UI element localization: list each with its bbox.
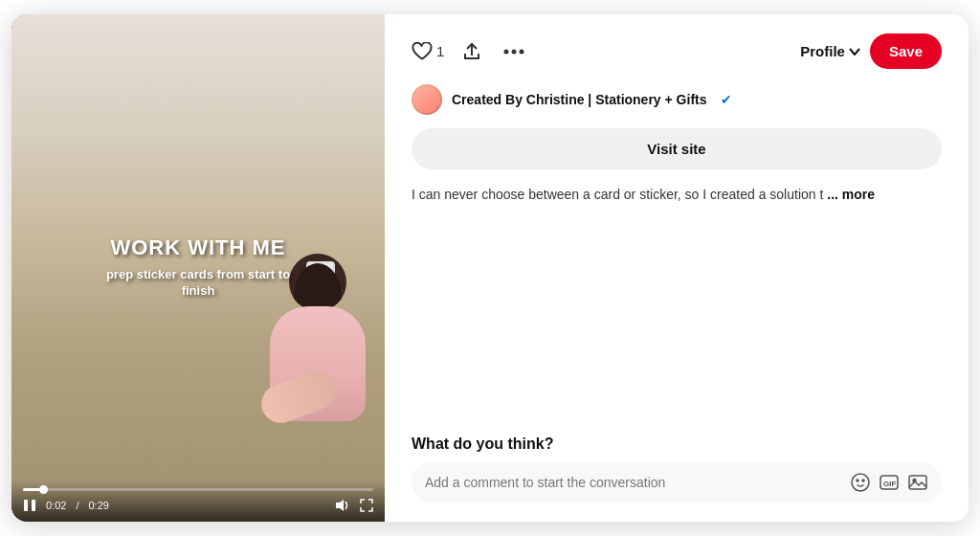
volume-button[interactable]: [335, 499, 350, 512]
comments-section: What do you think?: [412, 436, 942, 502]
fullscreen-button[interactable]: [360, 499, 373, 512]
comment-input-row: GIF: [412, 462, 942, 502]
desk-scene: [11, 14, 385, 522]
chevron-down-icon: [849, 48, 860, 56]
progress-bar-fill: [23, 488, 44, 491]
monitor-stand: [102, 163, 131, 168]
more-icon: [503, 49, 524, 55]
avatar: [412, 84, 442, 115]
comments-title: What do you think?: [412, 436, 942, 453]
gif-button[interactable]: GIF: [879, 472, 900, 493]
controls-right: [335, 499, 373, 512]
description: I can never choose between a card or sti…: [412, 185, 942, 205]
more-options-button[interactable]: [500, 45, 528, 58]
svg-text:GIF: GIF: [883, 480, 896, 488]
description-text: I can never choose between a card or sti…: [412, 187, 823, 202]
svg-rect-11: [909, 476, 926, 489]
svg-point-8: [862, 480, 864, 481]
person-head: [289, 254, 346, 311]
verified-icon: ✔: [721, 92, 732, 107]
svg-point-5: [520, 49, 524, 54]
time-current: 0:02: [46, 500, 66, 511]
pause-icon: [23, 499, 36, 512]
like-button[interactable]: 1: [412, 42, 444, 61]
profile-button[interactable]: Profile: [800, 43, 860, 59]
pin-modal: WORK WITH ME prep sticker cards from sta…: [11, 14, 969, 522]
emoji-button[interactable]: [850, 472, 871, 493]
visit-site-button[interactable]: Visit site: [412, 128, 942, 169]
heart-icon: [412, 42, 433, 61]
save-button[interactable]: Save: [870, 34, 942, 69]
svg-point-4: [512, 49, 517, 54]
svg-point-3: [504, 49, 509, 54]
time-total: 0:29: [88, 500, 108, 511]
gif-icon: GIF: [879, 472, 900, 493]
share-button[interactable]: [457, 37, 486, 66]
person-figure: [241, 254, 366, 445]
hair-accessory: [306, 261, 335, 290]
comment-input[interactable]: [425, 475, 842, 490]
action-bar-right: Profile Save: [800, 34, 942, 69]
monitor: [50, 72, 184, 168]
progress-bar-container[interactable]: [23, 488, 373, 491]
video-background: WORK WITH ME prep sticker cards from sta…: [11, 14, 385, 522]
volume-icon: [335, 499, 350, 512]
action-bar: 1 Profile: [412, 34, 942, 69]
play-pause-button[interactable]: [23, 499, 36, 512]
info-panel: 1 Profile: [385, 14, 969, 522]
avatar-image: [413, 86, 440, 113]
profile-label: Profile: [800, 43, 845, 59]
creator-row: Created By Christine | Stationery + Gift…: [412, 84, 942, 115]
creator-name: Created By Christine | Stationery + Gift…: [452, 92, 707, 107]
controls-row: 0:02 / 0:29: [23, 499, 373, 512]
video-panel: WORK WITH ME prep sticker cards from sta…: [11, 14, 385, 522]
more-link[interactable]: ... more: [827, 187, 875, 202]
comment-icons: GIF: [850, 472, 928, 493]
video-controls: 0:02 / 0:29: [11, 480, 385, 522]
svg-marker-2: [336, 500, 344, 511]
svg-rect-0: [24, 500, 28, 511]
svg-point-6: [852, 474, 869, 491]
image-icon: [907, 472, 928, 493]
svg-rect-1: [32, 500, 35, 511]
share-icon: [461, 41, 482, 62]
fullscreen-icon: [360, 499, 373, 512]
like-count: 1: [436, 43, 444, 59]
time-separator: /: [76, 500, 78, 511]
monitor-screen: [53, 75, 181, 151]
emoji-icon: [850, 472, 871, 493]
image-button[interactable]: [907, 472, 928, 493]
svg-point-7: [857, 480, 858, 481]
